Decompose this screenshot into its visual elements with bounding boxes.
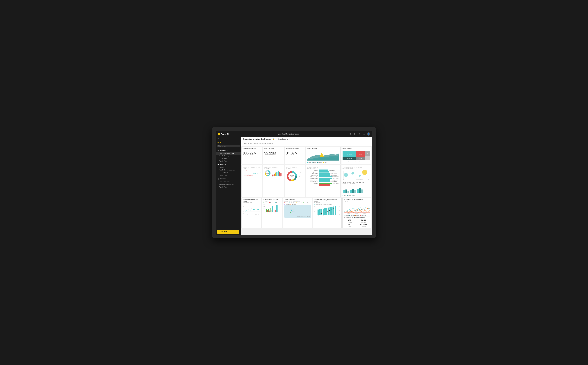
variance-chart: $50K $40K $30K $20K $0K [263, 204, 281, 214]
campaign-stats-legend: Requests Delivered Opens Spam Drop [344, 215, 370, 216]
svg-rect-121 [326, 208, 327, 215]
tile-sales-pipeline[interactable]: Sales Pipeline BY STAGENAME Prospecting … [306, 165, 340, 197]
sidebar-item-new-tech[interactable]: New Technology Adoption [216, 154, 241, 157]
tile-total-invoice-monthly[interactable]: Total Invoice BY MONTH, CATEGORY [306, 147, 340, 164]
sidebar-item-dataset-new-tech[interactable]: New Technology Adoptio... [216, 183, 241, 186]
sidebar-item-report-people[interactable]: People View [216, 174, 241, 176]
tile-customer-feedback[interactable]: Customer Feedback Trend AVERAGE SCORE [241, 198, 262, 228]
svg-rect-60 [359, 188, 361, 193]
tile-expected-revenue[interactable]: Expected Revenue THIS YEAR $85.22M [241, 147, 262, 164]
legend-budget-logistics: Logist... [352, 195, 356, 196]
total-inv-monthly-subtitle: BY MONTH, CATEGORY [307, 149, 339, 151]
legend-hardware: Hardware [343, 161, 348, 161]
qa-input[interactable] [243, 142, 286, 145]
qa-bar [241, 141, 372, 146]
variance-subtitle: BY MONTH [263, 201, 281, 202]
pipeline-needs: Needs Analysis $11,812,210.00 [307, 173, 339, 174]
my-workspace-label: My Workspace [217, 142, 227, 144]
sidebar-item-30dollar[interactable]: 30 dollar [216, 166, 241, 169]
datasets-header[interactable]: 🗄 Datasets + [216, 177, 241, 181]
tile-marketing-traffic[interactable]: Marketing Site Traffic BY DATE Hits Boun… [241, 165, 262, 197]
feedback-icon[interactable]: ☺ [362, 132, 366, 136]
svg-text:7: 7 [243, 211, 244, 212]
reports-header[interactable]: 📊 Reports [216, 163, 241, 166]
sidebar-item-report-our-company[interactable]: Our Company [216, 171, 241, 174]
legend-indirect-goods: Indirect G&S [348, 161, 355, 161]
campaign-metrics-title: Marketing Campaign Metrics [344, 217, 370, 218]
legend-decrease: Decrease [269, 202, 274, 203]
datasets-label: Datasets [220, 178, 226, 180]
account-map-subtitle: BY SHIPPINGCITY, INDUSTRY [284, 201, 311, 202]
svg-text:0M: 0M [314, 214, 315, 215]
area-chart: January February March April May June [307, 152, 339, 161]
legend-budget-indirect: Indirect [347, 195, 351, 196]
filter-input[interactable] [217, 145, 240, 147]
svg-rect-23 [278, 171, 279, 176]
tile-variance-budget[interactable]: Varience to Budget BY MONTH Increase Dec… [262, 198, 282, 228]
pipeline-value-prop: Value Proposition $11,812,000.00 [307, 175, 339, 176]
get-data-button[interactable]: ↗ Get Data [217, 230, 239, 234]
svg-text:June: June [328, 215, 329, 216]
dashboards-label: Dashboards [220, 149, 228, 151]
add-dashboard-button[interactable]: + [238, 149, 239, 151]
visits-chart: 0.8M 0.6M 0.4M 0M $1K $0.5K $0K [314, 205, 340, 217]
download-icon[interactable]: ⬇ [353, 132, 356, 136]
legend-education: Education [284, 204, 290, 205]
add-dataset-button[interactable]: + [238, 178, 239, 180]
tile-visits[interactable]: Number of Visits, Expenditures ($Mil) BY… [313, 198, 341, 228]
svg-rect-22 [276, 172, 278, 176]
my-workspace-section[interactable]: My Workspace [216, 141, 241, 144]
svg-text:5: 5 [343, 179, 344, 180]
sidebar-item-financial[interactable]: Financial Sample [216, 181, 241, 183]
stat-blocked: 9521 Blocked [344, 219, 356, 223]
tile-feedback-ratings[interactable]: Feedback Ratings BY SCORE Score [263, 165, 283, 197]
account-count-subtitle: BY INDUSTRY [286, 168, 304, 169]
avatar[interactable]: 👤 [367, 132, 370, 136]
sidebar-item-dataset-people[interactable]: People View [216, 186, 241, 188]
tile-total-invoice-month[interactable]: Total Invoice THIS MONTH $2.22M [263, 147, 283, 164]
help-icon[interactable]: ? [358, 132, 361, 136]
svg-text:8: 8 [243, 210, 244, 210]
share-dashboard-button[interactable]: ↑ Share Dashboard [276, 138, 290, 140]
customer-feedback-chart: 10 9 8 7 6 9.00 9.00 8.50 [243, 204, 260, 216]
tile-account-map[interactable]: AccountCount BY SHIPPINGCITY, INDUSTRY A… [283, 198, 312, 228]
svg-text:$1K: $1K [339, 206, 340, 207]
dashboard-title: Executive Metrics Dashboard [243, 138, 271, 140]
svg-rect-92 [269, 211, 270, 212]
stat-bounced-label: Bounced [357, 222, 370, 223]
svg-text:4: 4 [276, 176, 277, 177]
laptop-frame: Power BI Executive Metrics Dashboard ⚙ ⬇… [212, 127, 376, 238]
sidebar-item-report-new-tech[interactable]: New Technology Adoptio... [216, 169, 241, 171]
svg-rect-120 [324, 208, 326, 215]
powerbi-logo: Power BI [218, 133, 229, 135]
total-invoice-title: Total Invoice [264, 148, 282, 149]
svg-rect-90 [267, 210, 268, 212]
datasets-icon: 🗄 [217, 178, 219, 180]
tile-account-count-industry[interactable]: AccountCount BY INDUSTRY Median Value [284, 165, 305, 197]
marketing-title: Marketing Site Traffic [243, 166, 261, 168]
total-invoice-subtitle: THIS MONTH [264, 149, 282, 151]
hamburger-icon[interactable]: ☰ [216, 137, 241, 141]
svg-marker-132 [344, 212, 370, 213]
svg-text:April: April [273, 213, 274, 213]
expected-revenue-subtitle: THIS YEAR [243, 149, 261, 151]
dashboards-header[interactable]: ⊞ Dashboards + [216, 148, 241, 152]
tile-customer-right[interactable]: Customer Size vs Revenue CUSTOMER GROUP [341, 165, 371, 197]
svg-text:0.8M: 0.8M [314, 206, 315, 207]
tile-total-invoice-sub[interactable]: Total Invoice BY SUB CATEGORY Hardware I… [341, 147, 371, 164]
stat-bounced: 7053 Bounced [357, 219, 370, 223]
svg-point-46 [359, 175, 361, 177]
sidebar-item-our-company[interactable]: Our company [216, 157, 241, 160]
svg-text:$0K: $0K [263, 211, 264, 212]
svg-rect-53 [343, 190, 345, 193]
sidebar-item-people-view[interactable]: People View [216, 160, 241, 162]
svg-text:10: 10 [368, 179, 369, 180]
svg-text:February: February [268, 213, 270, 213]
settings-icon[interactable]: ⚙ [348, 132, 352, 136]
svg-rect-58 [354, 190, 356, 193]
map-legend: Apparel Biotechnol... Constructi... Cons… [284, 202, 311, 205]
sidebar-item-executive[interactable]: Executive Metrics Dasho... [216, 152, 241, 154]
visits-subtitle: BY MONTH [314, 202, 340, 203]
tile-discount-savings[interactable]: Discount Savings THIS MONTH $4.07M [284, 147, 305, 164]
tile-marketing-campaign[interactable]: Marketing Campaign Stats BY DATE [342, 198, 371, 228]
